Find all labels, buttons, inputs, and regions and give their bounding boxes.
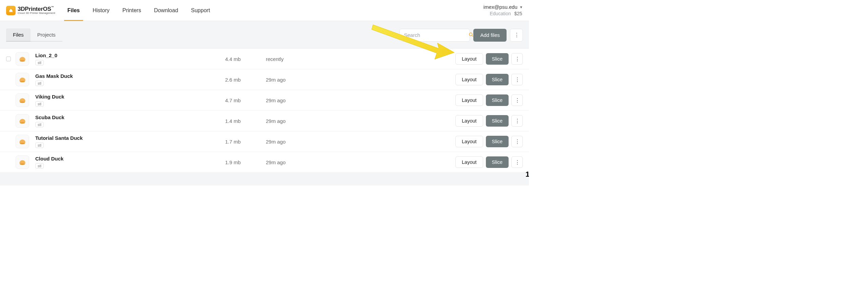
plan-label: Education: [490, 11, 511, 16]
file-name: Lion_2_0: [35, 52, 225, 58]
model-icon: [18, 96, 27, 105]
user-menu[interactable]: imex@psu.edu ▾ Education $25: [484, 4, 522, 17]
file-name: Scuba Duck: [35, 114, 225, 120]
svg-point-5: [20, 102, 25, 103]
brand-logo[interactable]: 3DPrinterOS™ Cloud 3D Printer Management: [6, 6, 55, 15]
tab-projects[interactable]: Projects: [31, 28, 62, 42]
file-ext-badge: stl: [35, 60, 44, 65]
file-thumbnail[interactable]: [16, 52, 29, 66]
layout-button[interactable]: Layout: [455, 136, 483, 147]
slice-button[interactable]: Slice: [486, 74, 509, 85]
nav-support[interactable]: Support: [191, 0, 210, 21]
file-thumbnail[interactable]: [16, 114, 29, 128]
file-time: 29m ago: [266, 118, 340, 124]
file-time: recently: [266, 56, 340, 62]
search-icon[interactable]: [468, 32, 474, 39]
trademark-icon: ™: [51, 6, 54, 9]
layout-button[interactable]: Layout: [455, 115, 483, 127]
row-checkbox[interactable]: [6, 57, 11, 61]
file-name: Tutorial Santa Duck: [35, 135, 225, 141]
file-time: 29m ago: [266, 98, 340, 103]
slice-button[interactable]: Slice: [486, 115, 509, 127]
logo-text: 3DPrinterOS™ Cloud 3D Printer Management: [18, 6, 55, 15]
toolbar-more-button[interactable]: ⋮: [510, 29, 523, 42]
slice-button[interactable]: Slice: [486, 156, 509, 168]
file-ext-badge: stl: [35, 101, 44, 107]
add-files-button[interactable]: Add files: [473, 29, 507, 42]
subtabs: Files Projects: [6, 28, 62, 42]
svg-point-3: [20, 60, 25, 62]
tab-files[interactable]: Files: [6, 28, 31, 42]
layout-button[interactable]: Layout: [455, 156, 483, 168]
slice-button[interactable]: Slice: [486, 136, 509, 147]
brand-tagline: Cloud 3D Printer Management: [18, 12, 55, 15]
nav-files[interactable]: Files: [67, 0, 80, 21]
file-thumbnail[interactable]: [16, 93, 29, 107]
row-more-button[interactable]: ⋮: [511, 115, 523, 127]
app-header: 3DPrinterOS™ Cloud 3D Printer Management…: [0, 0, 529, 21]
file-thumbnail[interactable]: [16, 155, 29, 169]
search-box[interactable]: [399, 29, 470, 42]
table-row[interactable]: Scuba Duck stl 1.4 mb 29m ago Layout Sli…: [0, 111, 529, 131]
file-name: Cloud Duck: [35, 156, 225, 161]
kebab-icon: ⋮: [515, 159, 520, 166]
cropped-glyph: 1: [526, 170, 529, 179]
table-row[interactable]: Lion_2_0 stl 4.4 mb recently Layout Slic…: [0, 48, 529, 69]
svg-point-4: [20, 81, 25, 82]
file-list: Lion_2_0 stl 4.4 mb recently Layout Slic…: [6, 48, 523, 173]
svg-point-0: [469, 33, 472, 36]
svg-line-1: [472, 36, 473, 37]
file-size: 4.7 mb: [225, 98, 266, 103]
kebab-icon: ⋮: [515, 56, 520, 62]
layout-button[interactable]: Layout: [455, 74, 483, 85]
user-email: imex@psu.edu: [484, 4, 517, 10]
file-size: 1.7 mb: [225, 139, 266, 145]
file-time: 29m ago: [266, 139, 340, 145]
balance: $25: [514, 11, 522, 16]
nav-history[interactable]: History: [93, 0, 110, 21]
file-ext-badge: stl: [35, 143, 44, 148]
row-more-button[interactable]: ⋮: [511, 74, 523, 85]
file-size: 2.6 mb: [225, 77, 266, 83]
row-more-button[interactable]: ⋮: [511, 94, 523, 106]
model-icon: [18, 55, 27, 63]
search-input[interactable]: [404, 32, 468, 38]
model-icon: [18, 116, 27, 125]
svg-point-8: [20, 164, 25, 165]
table-row[interactable]: Viking Duck stl 4.7 mb 29m ago Layout Sl…: [0, 90, 529, 111]
file-name: Gas Mask Duck: [35, 73, 225, 79]
main-nav: Files History Printers Download Support: [67, 0, 210, 21]
kebab-icon: ⋮: [515, 77, 520, 83]
toolbar: Files Projects Add files ⋮: [6, 28, 523, 42]
chevron-down-icon: ▾: [520, 4, 522, 10]
table-row[interactable]: Gas Mask Duck stl 2.6 mb 29m ago Layout …: [0, 69, 529, 90]
logo-icon: [6, 6, 16, 15]
kebab-icon: ⋮: [515, 118, 520, 124]
file-time: 29m ago: [266, 77, 340, 83]
row-more-button[interactable]: ⋮: [511, 53, 523, 65]
table-row[interactable]: Tutorial Santa Duck stl 1.7 mb 29m ago L…: [0, 131, 529, 152]
model-icon: [18, 137, 27, 146]
model-icon: [18, 75, 27, 84]
kebab-icon: ⋮: [515, 97, 520, 104]
slice-button[interactable]: Slice: [486, 94, 509, 106]
layout-button[interactable]: Layout: [455, 53, 483, 65]
file-size: 4.4 mb: [225, 56, 266, 62]
svg-point-6: [20, 122, 25, 124]
file-name: Viking Duck: [35, 94, 225, 100]
file-ext-badge: stl: [35, 122, 44, 127]
row-more-button[interactable]: ⋮: [511, 136, 523, 147]
table-row[interactable]: Cloud Duck stl 1.9 mb 29m ago Layout Sli…: [0, 152, 529, 173]
file-size: 1.9 mb: [225, 159, 266, 165]
nav-download[interactable]: Download: [154, 0, 178, 21]
kebab-icon: ⋮: [515, 138, 520, 145]
file-time: 29m ago: [266, 159, 340, 165]
row-more-button[interactable]: ⋮: [511, 156, 523, 168]
layout-button[interactable]: Layout: [455, 94, 483, 106]
model-icon: [18, 158, 27, 167]
nav-printers[interactable]: Printers: [122, 0, 141, 21]
slice-button[interactable]: Slice: [486, 53, 509, 65]
file-ext-badge: stl: [35, 81, 44, 86]
file-thumbnail[interactable]: [16, 135, 29, 148]
file-thumbnail[interactable]: [16, 73, 29, 86]
